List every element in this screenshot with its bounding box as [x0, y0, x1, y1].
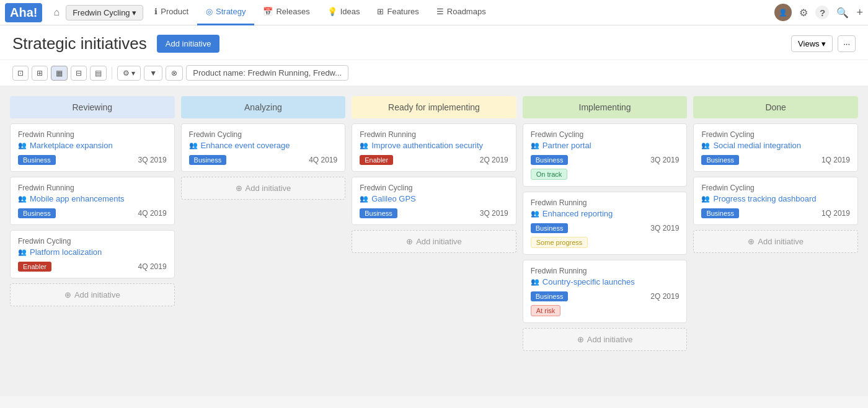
card: Fredwin Cycling 👥 Progress tracking dash… — [693, 177, 858, 225]
card-title[interactable]: 👥 Country-specific launches — [531, 277, 680, 286]
card: Fredwin Running 👥 Mobile app enhancement… — [10, 177, 175, 225]
badge-enabler: Enabler — [360, 155, 393, 165]
initiative-icon: 👥 — [360, 195, 368, 203]
badge: Business — [360, 208, 397, 218]
more-button[interactable]: ··· — [838, 35, 856, 52]
ideas-icon: 💡 — [327, 7, 337, 16]
view-table-icon[interactable]: ⊟ — [71, 66, 87, 81]
column-implementing: Implementing Fredwin Cycling 👥 Partner p… — [523, 96, 688, 351]
card-date: 3Q 2019 — [650, 156, 679, 164]
card-product: Fredwin Running — [531, 267, 680, 275]
badge-enabler: Enabler — [18, 262, 51, 272]
badge: Business — [18, 155, 56, 165]
card: Fredwin Cycling 👥 Platform localization … — [10, 230, 175, 278]
card-title[interactable]: 👥 Partner portal — [531, 141, 680, 150]
card-title[interactable]: 👥 Progress tracking dashboard — [701, 194, 850, 203]
home-icon[interactable]: ⌂ — [47, 7, 66, 18]
initiative-icon: 👥 — [701, 195, 710, 203]
card-date: 4Q 2019 — [138, 262, 167, 271]
badge: Business — [18, 208, 56, 218]
card-date: 3Q 2019 — [650, 224, 679, 233]
page-title: Strategic initiatives — [12, 34, 147, 53]
badge: Business — [531, 155, 569, 165]
initiative-icon: 👥 — [189, 141, 198, 149]
card-product: Fredwin Cycling — [360, 184, 508, 192]
board: Reviewing Fredwin Running 👥 Marketplace … — [0, 86, 868, 396]
initiative-icon: 👥 — [18, 248, 27, 256]
tab-strategy[interactable]: ◎ Strategy — [197, 0, 254, 25]
card-product: Fredwin Cycling — [701, 130, 850, 139]
add-icon: ⊕ — [406, 237, 413, 246]
releases-icon: 📅 — [263, 7, 273, 16]
column-header-reviewing: Reviewing — [10, 96, 175, 118]
card: Fredwin Cycling 👥 Partner portal Busines… — [523, 123, 688, 187]
card-title[interactable]: 👥 Social medial integration — [701, 141, 850, 150]
badge: Business — [531, 291, 569, 301]
avatar[interactable]: 👤 — [774, 4, 792, 21]
views-button[interactable]: Views ▾ — [791, 35, 833, 52]
status-badge-on-track: On track — [531, 169, 568, 180]
card-title[interactable]: 👥 Platform localization — [18, 247, 167, 257]
filter-product-dropdown[interactable]: Product name: Fredwin Running, Fredw... — [186, 65, 348, 81]
add-initiative-button[interactable]: ⊕ Add initiative — [693, 230, 858, 253]
column-header-analyzing: Analyzing — [181, 96, 346, 118]
page-header: Strategic initiatives Add initiative Vie… — [0, 25, 868, 60]
tab-product[interactable]: ℹ Product — [146, 0, 197, 25]
card-date: 3Q 2019 — [480, 209, 508, 218]
add-icon: ⊕ — [577, 335, 584, 344]
view-chart-icon[interactable]: ▤ — [90, 66, 107, 81]
tab-roadmaps[interactable]: ☰ Roadmaps — [428, 0, 495, 25]
add-icon: ⊕ — [236, 184, 242, 193]
view-list-icon[interactable]: ⊡ — [12, 66, 29, 81]
column-header-implementing: Implementing — [523, 96, 688, 118]
settings-dropdown-button[interactable]: ⚙ ▾ — [117, 66, 141, 81]
initiative-icon: 👥 — [531, 141, 539, 149]
tab-ideas[interactable]: 💡 Ideas — [319, 0, 369, 25]
card-date: 2Q 2019 — [650, 292, 679, 301]
add-icon: ⊕ — [748, 237, 755, 246]
search-icon[interactable]: 🔍 — [836, 7, 849, 19]
add-initiative-button[interactable]: ⊕ Add initiative — [352, 230, 516, 253]
initiative-icon: 👥 — [531, 210, 539, 218]
badge: Business — [531, 223, 569, 233]
help-icon[interactable]: ? — [815, 6, 829, 19]
tab-releases[interactable]: 📅 Releases — [254, 0, 318, 25]
reset-button[interactable]: ⊗ — [166, 66, 183, 81]
add-initiative-button[interactable]: ⊕ Add initiative — [10, 283, 175, 306]
card-date: 4Q 2019 — [138, 209, 167, 218]
card: Fredwin Cycling 👥 Galileo GPS Business 3… — [352, 177, 516, 225]
tab-features[interactable]: ⊞ Features — [368, 0, 427, 25]
card-date: 3Q 2019 — [138, 156, 167, 164]
card-title[interactable]: 👥 Enhanced reporting — [531, 209, 680, 218]
card-product: Fredwin Running — [18, 130, 167, 139]
card-date: 4Q 2019 — [309, 156, 337, 164]
view-kanban-icon[interactable]: ▦ — [51, 66, 68, 81]
logo[interactable]: Aha! — [5, 3, 42, 22]
card-title[interactable]: 👥 Improve authentication security — [360, 141, 508, 150]
filter-button[interactable]: ▼ — [144, 66, 162, 81]
add-initiative-header-button[interactable]: Add initiative — [157, 35, 220, 53]
card-title[interactable]: 👥 Galileo GPS — [360, 194, 508, 203]
gear-icon[interactable]: ⚙ — [799, 7, 808, 19]
initiative-icon: 👥 — [360, 141, 368, 149]
card-title[interactable]: 👥 Mobile app enhancements — [18, 194, 167, 203]
product-selector[interactable]: Fredwin Cycling ▾ — [66, 5, 143, 20]
top-navigation: Aha! ⌂ Fredwin Cycling ▾ ℹ Product ◎ Str… — [0, 0, 868, 25]
card: Fredwin Running 👥 Marketplace expansion … — [10, 123, 175, 172]
column-ready: Ready for implementing Fredwin Running 👥… — [352, 96, 516, 253]
card: Fredwin Cycling 👥 Social medial integrat… — [693, 123, 858, 172]
card-title[interactable]: 👥 Enhance event coverage — [189, 141, 338, 150]
add-icon[interactable]: + — [856, 6, 863, 19]
card-product: Fredwin Cycling — [18, 237, 167, 246]
strategy-icon: ◎ — [206, 7, 213, 16]
column-analyzing: Analyzing Fredwin Cycling 👥 Enhance even… — [181, 96, 346, 200]
badge: Business — [701, 155, 739, 165]
view-grid-icon[interactable]: ⊞ — [32, 66, 48, 81]
add-initiative-button[interactable]: ⊕ Add initiative — [523, 328, 688, 351]
add-initiative-button[interactable]: ⊕ Add initiative — [181, 177, 346, 200]
product-icon: ℹ — [154, 7, 157, 16]
add-icon: ⊕ — [64, 290, 71, 299]
card-title[interactable]: 👥 Marketplace expansion — [18, 141, 167, 150]
card-product: Fredwin Cycling — [189, 130, 338, 139]
badge: Business — [701, 208, 739, 218]
